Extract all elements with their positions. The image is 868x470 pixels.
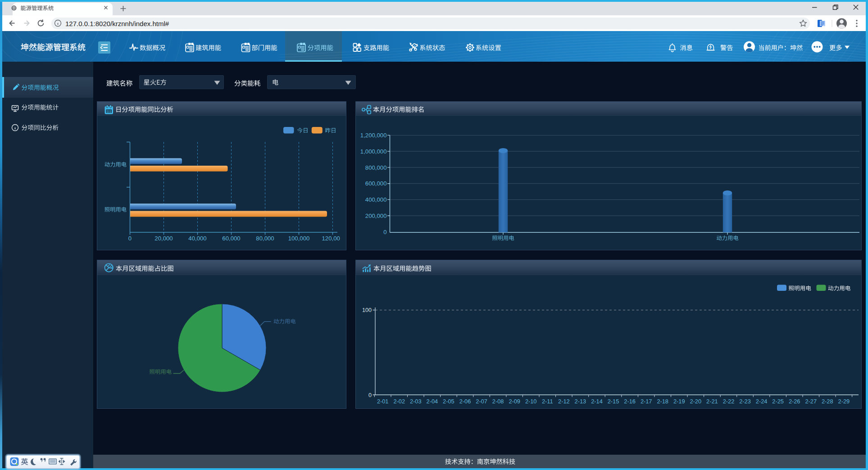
- svg-text:400,000: 400,000: [365, 196, 387, 203]
- svg-text:2-22: 2-22: [723, 398, 735, 405]
- svg-text:2-23: 2-23: [739, 398, 751, 405]
- svg-text:2-24: 2-24: [756, 398, 768, 405]
- svg-text:2-02: 2-02: [393, 398, 405, 405]
- svg-text:2-04: 2-04: [427, 398, 438, 405]
- svg-text:40,000: 40,000: [188, 235, 206, 242]
- svg-text:1,000,000: 1,000,000: [360, 148, 387, 155]
- svg-text:100,000: 100,000: [288, 235, 310, 242]
- svg-text:2-01: 2-01: [377, 398, 389, 405]
- svg-text:120,00: 120,00: [322, 235, 340, 242]
- svg-text:2-12: 2-12: [558, 398, 570, 405]
- svg-text:2-21: 2-21: [706, 398, 718, 405]
- svg-text:2-09: 2-09: [509, 398, 520, 405]
- svg-text:2-08: 2-08: [492, 398, 504, 405]
- svg-text:0: 0: [128, 235, 132, 242]
- svg-text:2-05: 2-05: [443, 398, 454, 405]
- svg-text:2-18: 2-18: [657, 398, 668, 405]
- svg-text:2-17: 2-17: [641, 398, 652, 405]
- svg-text:2-03: 2-03: [410, 398, 422, 405]
- svg-text:2-13: 2-13: [575, 398, 586, 405]
- svg-text:60,000: 60,000: [222, 235, 240, 242]
- svg-text:2-19: 2-19: [673, 398, 685, 405]
- svg-text:0: 0: [383, 229, 386, 235]
- svg-text:20,000: 20,000: [155, 235, 173, 242]
- svg-text:2-27: 2-27: [805, 398, 817, 405]
- svg-text:200,000: 200,000: [365, 212, 387, 219]
- svg-text:1,200,000: 1,200,000: [360, 132, 387, 139]
- svg-text:2-11: 2-11: [542, 398, 553, 405]
- svg-text:2-14: 2-14: [591, 398, 603, 405]
- svg-text:127.0.0.1:8020/krznnh/index.ht: 127.0.0.1:8020/krznnh/index.html#: [65, 20, 169, 27]
- svg-text:2-15: 2-15: [608, 398, 619, 405]
- svg-text:800,000: 800,000: [365, 164, 387, 171]
- svg-text:2-29: 2-29: [838, 398, 850, 405]
- svg-text:2-10: 2-10: [525, 398, 537, 405]
- svg-text:2-07: 2-07: [476, 398, 487, 405]
- svg-text:100: 100: [362, 307, 372, 313]
- svg-text:2-28: 2-28: [822, 398, 833, 405]
- svg-text:2-16: 2-16: [624, 398, 636, 405]
- svg-text:2-26: 2-26: [789, 398, 800, 405]
- svg-text:600,000: 600,000: [365, 180, 387, 187]
- svg-text:2-06: 2-06: [459, 398, 471, 405]
- svg-text:0: 0: [368, 392, 372, 398]
- svg-text:80,000: 80,000: [256, 235, 274, 242]
- svg-text:2-25: 2-25: [772, 398, 784, 405]
- svg-text:2-20: 2-20: [690, 398, 701, 405]
